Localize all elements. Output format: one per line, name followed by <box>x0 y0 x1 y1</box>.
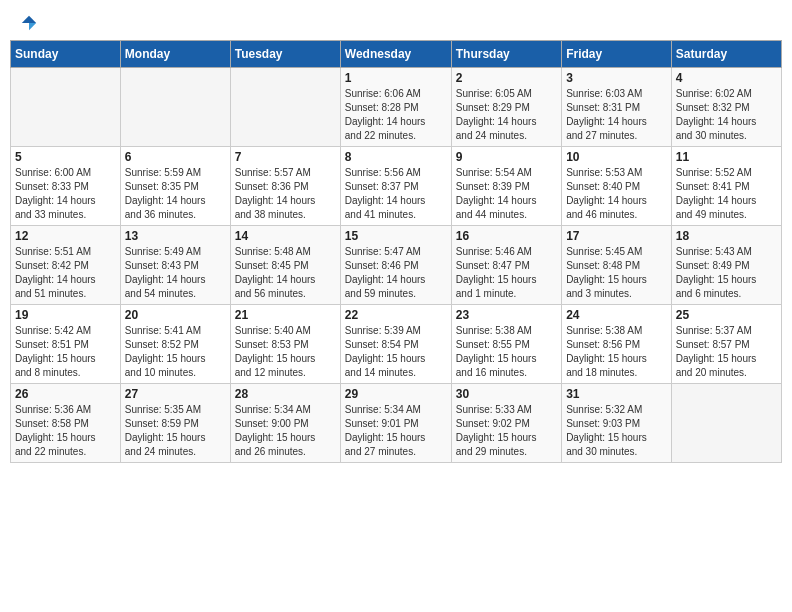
day-number: 3 <box>566 71 667 85</box>
day-number: 4 <box>676 71 777 85</box>
day-number: 6 <box>125 150 226 164</box>
weekday-header-tuesday: Tuesday <box>230 41 340 68</box>
day-number: 20 <box>125 308 226 322</box>
day-number: 23 <box>456 308 557 322</box>
day-number: 13 <box>125 229 226 243</box>
calendar-cell: 30Sunrise: 5:33 AM Sunset: 9:02 PM Dayli… <box>451 384 561 463</box>
weekday-header-monday: Monday <box>120 41 230 68</box>
day-info: Sunrise: 5:47 AM Sunset: 8:46 PM Dayligh… <box>345 245 447 301</box>
day-number: 7 <box>235 150 336 164</box>
calendar-table: SundayMondayTuesdayWednesdayThursdayFrid… <box>10 40 782 463</box>
day-info: Sunrise: 5:52 AM Sunset: 8:41 PM Dayligh… <box>676 166 777 222</box>
weekday-header-row: SundayMondayTuesdayWednesdayThursdayFrid… <box>11 41 782 68</box>
calendar-cell: 31Sunrise: 5:32 AM Sunset: 9:03 PM Dayli… <box>562 384 672 463</box>
calendar-week-row: 12Sunrise: 5:51 AM Sunset: 8:42 PM Dayli… <box>11 226 782 305</box>
weekday-header-sunday: Sunday <box>11 41 121 68</box>
calendar-cell: 11Sunrise: 5:52 AM Sunset: 8:41 PM Dayli… <box>671 147 781 226</box>
day-info: Sunrise: 5:40 AM Sunset: 8:53 PM Dayligh… <box>235 324 336 380</box>
day-number: 11 <box>676 150 777 164</box>
day-info: Sunrise: 5:53 AM Sunset: 8:40 PM Dayligh… <box>566 166 667 222</box>
calendar-cell: 10Sunrise: 5:53 AM Sunset: 8:40 PM Dayli… <box>562 147 672 226</box>
day-number: 16 <box>456 229 557 243</box>
day-info: Sunrise: 5:57 AM Sunset: 8:36 PM Dayligh… <box>235 166 336 222</box>
day-info: Sunrise: 5:33 AM Sunset: 9:02 PM Dayligh… <box>456 403 557 459</box>
calendar-cell: 12Sunrise: 5:51 AM Sunset: 8:42 PM Dayli… <box>11 226 121 305</box>
calendar-cell: 25Sunrise: 5:37 AM Sunset: 8:57 PM Dayli… <box>671 305 781 384</box>
day-info: Sunrise: 6:00 AM Sunset: 8:33 PM Dayligh… <box>15 166 116 222</box>
calendar-cell: 6Sunrise: 5:59 AM Sunset: 8:35 PM Daylig… <box>120 147 230 226</box>
calendar-cell: 15Sunrise: 5:47 AM Sunset: 8:46 PM Dayli… <box>340 226 451 305</box>
day-info: Sunrise: 5:38 AM Sunset: 8:55 PM Dayligh… <box>456 324 557 380</box>
day-info: Sunrise: 6:02 AM Sunset: 8:32 PM Dayligh… <box>676 87 777 143</box>
day-info: Sunrise: 5:51 AM Sunset: 8:42 PM Dayligh… <box>15 245 116 301</box>
day-info: Sunrise: 5:59 AM Sunset: 8:35 PM Dayligh… <box>125 166 226 222</box>
calendar-cell: 23Sunrise: 5:38 AM Sunset: 8:55 PM Dayli… <box>451 305 561 384</box>
day-number: 1 <box>345 71 447 85</box>
calendar-cell: 28Sunrise: 5:34 AM Sunset: 9:00 PM Dayli… <box>230 384 340 463</box>
calendar-cell: 4Sunrise: 6:02 AM Sunset: 8:32 PM Daylig… <box>671 68 781 147</box>
day-number: 18 <box>676 229 777 243</box>
logo <box>18 14 38 28</box>
calendar-cell: 13Sunrise: 5:49 AM Sunset: 8:43 PM Dayli… <box>120 226 230 305</box>
calendar-week-row: 19Sunrise: 5:42 AM Sunset: 8:51 PM Dayli… <box>11 305 782 384</box>
calendar-cell: 27Sunrise: 5:35 AM Sunset: 8:59 PM Dayli… <box>120 384 230 463</box>
calendar-cell: 14Sunrise: 5:48 AM Sunset: 8:45 PM Dayli… <box>230 226 340 305</box>
day-info: Sunrise: 6:06 AM Sunset: 8:28 PM Dayligh… <box>345 87 447 143</box>
calendar-week-row: 5Sunrise: 6:00 AM Sunset: 8:33 PM Daylig… <box>11 147 782 226</box>
calendar-cell: 16Sunrise: 5:46 AM Sunset: 8:47 PM Dayli… <box>451 226 561 305</box>
svg-marker-0 <box>22 16 36 23</box>
calendar-cell: 26Sunrise: 5:36 AM Sunset: 8:58 PM Dayli… <box>11 384 121 463</box>
day-number: 14 <box>235 229 336 243</box>
calendar-week-row: 1Sunrise: 6:06 AM Sunset: 8:28 PM Daylig… <box>11 68 782 147</box>
day-number: 26 <box>15 387 116 401</box>
day-info: Sunrise: 5:38 AM Sunset: 8:56 PM Dayligh… <box>566 324 667 380</box>
day-info: Sunrise: 5:46 AM Sunset: 8:47 PM Dayligh… <box>456 245 557 301</box>
svg-marker-1 <box>29 23 36 30</box>
calendar-cell: 1Sunrise: 6:06 AM Sunset: 8:28 PM Daylig… <box>340 68 451 147</box>
calendar-cell: 17Sunrise: 5:45 AM Sunset: 8:48 PM Dayli… <box>562 226 672 305</box>
day-info: Sunrise: 5:34 AM Sunset: 9:00 PM Dayligh… <box>235 403 336 459</box>
day-number: 22 <box>345 308 447 322</box>
calendar-week-row: 26Sunrise: 5:36 AM Sunset: 8:58 PM Dayli… <box>11 384 782 463</box>
day-info: Sunrise: 5:54 AM Sunset: 8:39 PM Dayligh… <box>456 166 557 222</box>
day-info: Sunrise: 6:05 AM Sunset: 8:29 PM Dayligh… <box>456 87 557 143</box>
day-info: Sunrise: 5:41 AM Sunset: 8:52 PM Dayligh… <box>125 324 226 380</box>
calendar-cell <box>671 384 781 463</box>
day-number: 12 <box>15 229 116 243</box>
calendar-cell: 8Sunrise: 5:56 AM Sunset: 8:37 PM Daylig… <box>340 147 451 226</box>
day-number: 28 <box>235 387 336 401</box>
day-info: Sunrise: 5:45 AM Sunset: 8:48 PM Dayligh… <box>566 245 667 301</box>
day-number: 8 <box>345 150 447 164</box>
day-number: 31 <box>566 387 667 401</box>
calendar-cell: 29Sunrise: 5:34 AM Sunset: 9:01 PM Dayli… <box>340 384 451 463</box>
logo-icon <box>20 14 38 32</box>
calendar-cell: 18Sunrise: 5:43 AM Sunset: 8:49 PM Dayli… <box>671 226 781 305</box>
calendar-cell: 7Sunrise: 5:57 AM Sunset: 8:36 PM Daylig… <box>230 147 340 226</box>
day-number: 10 <box>566 150 667 164</box>
calendar-cell: 2Sunrise: 6:05 AM Sunset: 8:29 PM Daylig… <box>451 68 561 147</box>
day-number: 15 <box>345 229 447 243</box>
day-number: 21 <box>235 308 336 322</box>
day-info: Sunrise: 5:39 AM Sunset: 8:54 PM Dayligh… <box>345 324 447 380</box>
day-number: 25 <box>676 308 777 322</box>
day-number: 29 <box>345 387 447 401</box>
calendar-cell <box>230 68 340 147</box>
calendar-cell: 22Sunrise: 5:39 AM Sunset: 8:54 PM Dayli… <box>340 305 451 384</box>
calendar-cell: 20Sunrise: 5:41 AM Sunset: 8:52 PM Dayli… <box>120 305 230 384</box>
calendar-cell: 3Sunrise: 6:03 AM Sunset: 8:31 PM Daylig… <box>562 68 672 147</box>
calendar-cell <box>11 68 121 147</box>
day-info: Sunrise: 5:42 AM Sunset: 8:51 PM Dayligh… <box>15 324 116 380</box>
calendar-cell: 5Sunrise: 6:00 AM Sunset: 8:33 PM Daylig… <box>11 147 121 226</box>
day-info: Sunrise: 5:48 AM Sunset: 8:45 PM Dayligh… <box>235 245 336 301</box>
day-info: Sunrise: 5:37 AM Sunset: 8:57 PM Dayligh… <box>676 324 777 380</box>
page-header <box>10 10 782 32</box>
day-number: 24 <box>566 308 667 322</box>
weekday-header-friday: Friday <box>562 41 672 68</box>
day-number: 30 <box>456 387 557 401</box>
calendar-cell: 9Sunrise: 5:54 AM Sunset: 8:39 PM Daylig… <box>451 147 561 226</box>
day-info: Sunrise: 5:35 AM Sunset: 8:59 PM Dayligh… <box>125 403 226 459</box>
day-number: 19 <box>15 308 116 322</box>
day-info: Sunrise: 5:56 AM Sunset: 8:37 PM Dayligh… <box>345 166 447 222</box>
weekday-header-saturday: Saturday <box>671 41 781 68</box>
calendar-cell <box>120 68 230 147</box>
